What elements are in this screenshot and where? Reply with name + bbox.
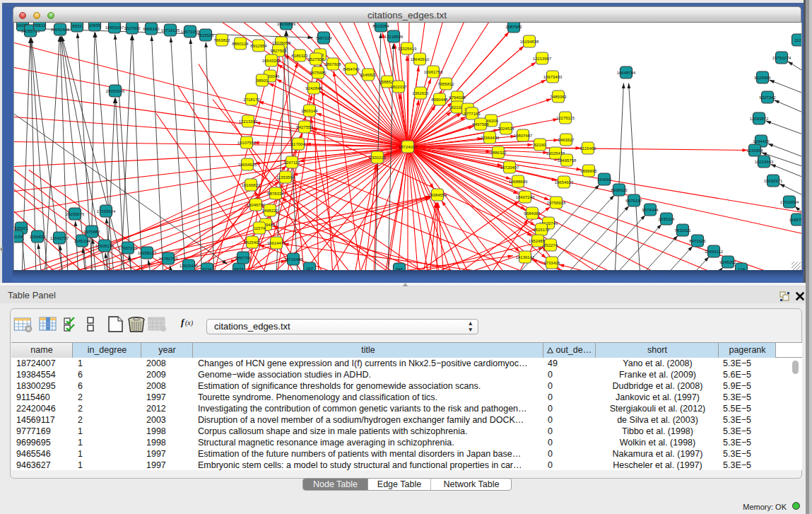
svg-text:11353594: 11353594 [276, 175, 295, 179]
svg-text:9115460: 9115460 [580, 146, 597, 150]
svg-text:7955812: 7955812 [437, 81, 454, 86]
svg-text:6794028: 6794028 [449, 95, 466, 99]
svg-text:16914479: 16914479 [267, 240, 286, 245]
svg-text:7485063: 7485063 [550, 94, 567, 98]
svg-text:20691406: 20691406 [51, 27, 70, 31]
svg-text:9777169: 9777169 [464, 111, 481, 115]
svg-text:9674444: 9674444 [642, 207, 659, 211]
svg-text:3267110: 3267110 [284, 160, 301, 164]
svg-text:7515526: 7515526 [197, 33, 214, 37]
svg-text:1156829: 1156829 [30, 234, 47, 238]
svg-text:16107552: 16107552 [237, 140, 257, 144]
svg-text:11574: 11574 [254, 226, 266, 230]
svg-text:6879197: 6879197 [625, 198, 642, 202]
svg-text:12923446: 12923446 [180, 263, 199, 267]
svg-text:13218506: 13218506 [384, 34, 404, 38]
svg-text:2867608: 2867608 [324, 62, 341, 66]
svg-text:18640910: 18640910 [411, 57, 430, 61]
svg-text:8912954: 8912954 [250, 43, 267, 47]
svg-text:1215958: 1215958 [746, 148, 763, 152]
svg-text:8454749: 8454749 [343, 66, 360, 71]
svg-text:10654112: 10654112 [705, 249, 724, 253]
svg-text:16961758: 16961758 [424, 69, 443, 74]
svg-text:7625402: 7625402 [244, 240, 261, 244]
svg-text:12942757: 12942757 [50, 235, 69, 240]
svg-text:9699695: 9699695 [580, 168, 597, 173]
svg-text:12093872: 12093872 [750, 116, 769, 120]
svg-text:16648784: 16648784 [617, 70, 636, 74]
svg-text:8471626: 8471626 [689, 238, 706, 243]
svg-text:3024534: 3024534 [498, 126, 514, 130]
svg-text:20206576: 20206576 [66, 211, 85, 216]
svg-text:18724007: 18724007 [399, 144, 418, 148]
svg-text:8860124: 8860124 [232, 41, 249, 45]
svg-text:1615172: 1615172 [533, 227, 550, 231]
svg-text:9463627: 9463627 [558, 137, 575, 141]
svg-text:17016504: 17016504 [780, 199, 799, 204]
svg-text:19654923: 19654923 [555, 180, 574, 184]
svg-text:252274: 252274 [543, 243, 558, 247]
svg-text:98901: 98901 [257, 78, 269, 82]
svg-text:15720407: 15720407 [500, 165, 519, 169]
svg-text:18407249: 18407249 [516, 194, 535, 199]
svg-text:10655: 10655 [89, 23, 101, 27]
svg-text:29053346: 29053346 [106, 88, 125, 93]
svg-text:112: 112 [794, 37, 801, 42]
svg-text:8613054: 8613054 [372, 23, 389, 28]
svg-text:13325419: 13325419 [398, 46, 417, 50]
svg-text:9857791: 9857791 [235, 255, 252, 259]
svg-text:15716485: 15716485 [284, 257, 303, 261]
svg-text:2803144: 2803144 [301, 108, 318, 112]
svg-text:1498222: 1498222 [261, 208, 278, 212]
svg-text:9975887: 9975887 [83, 229, 100, 233]
svg-text:6497568: 6497568 [472, 122, 489, 126]
svg-text:9684067: 9684067 [524, 211, 541, 215]
svg-text:9245052: 9245052 [719, 259, 736, 264]
svg-text:16033809: 16033809 [277, 23, 296, 26]
svg-text:7663822: 7663822 [213, 37, 230, 42]
svg-text:19654925: 19654925 [238, 162, 257, 166]
svg-text:10210643: 10210643 [755, 159, 774, 163]
svg-text:17359924: 17359924 [97, 209, 116, 213]
svg-text:(x): (x) [185, 319, 194, 327]
svg-text:7886322: 7886322 [490, 150, 507, 154]
svg-text:10719135: 10719135 [161, 28, 180, 32]
svg-text:10853267: 10853267 [105, 25, 124, 29]
svg-text:117004: 117004 [291, 141, 305, 146]
svg-text:8427552: 8427552 [296, 124, 313, 129]
svg-text:10973493: 10973493 [543, 74, 563, 78]
svg-text:16154838: 16154838 [520, 39, 539, 43]
svg-text:19166822: 19166822 [242, 182, 261, 187]
svg-text:16782759: 16782759 [159, 256, 178, 260]
svg-text:8533: 8533 [72, 23, 82, 28]
svg-text:12213967: 12213967 [533, 56, 552, 60]
svg-text:1822037: 1822037 [390, 84, 407, 88]
svg-text:9129966: 9129966 [754, 75, 771, 79]
svg-text:16543362: 16543362 [262, 58, 281, 62]
svg-text:19756928: 19756928 [547, 200, 566, 204]
svg-text:164095: 164095 [597, 177, 612, 181]
svg-text:76813: 76813 [34, 23, 46, 27]
svg-text:14136141: 14136141 [516, 255, 535, 259]
svg-text:7957224: 7957224 [315, 35, 332, 40]
svg-text:9146821: 9146821 [360, 72, 377, 76]
svg-text:18495758: 18495758 [558, 158, 577, 162]
svg-text:10688609: 10688609 [509, 179, 528, 183]
svg-text:20364436: 20364436 [481, 135, 500, 139]
svg-text:1244415: 1244415 [753, 139, 770, 143]
svg-text:12275115: 12275115 [556, 115, 575, 119]
svg-text:7632621: 7632621 [674, 228, 691, 232]
svg-text:1168753: 1168753 [789, 217, 802, 221]
svg-text:15692971: 15692971 [764, 178, 783, 182]
svg-text:10807487: 10807487 [514, 133, 533, 137]
svg-text:8186323: 8186323 [291, 53, 308, 57]
svg-text:1733426: 1733426 [543, 260, 560, 264]
svg-text:8878334: 8878334 [267, 191, 284, 195]
svg-text:10958107: 10958107 [138, 250, 157, 255]
svg-text:39154: 39154 [14, 234, 23, 238]
svg-text:2300215: 2300215 [369, 155, 386, 159]
svg-text:15751074: 15751074 [772, 55, 792, 59]
svg-text:19384554: 19384554 [428, 192, 447, 197]
svg-text:17957225: 17957225 [119, 245, 138, 250]
svg-text:2935114: 2935114 [659, 216, 676, 221]
